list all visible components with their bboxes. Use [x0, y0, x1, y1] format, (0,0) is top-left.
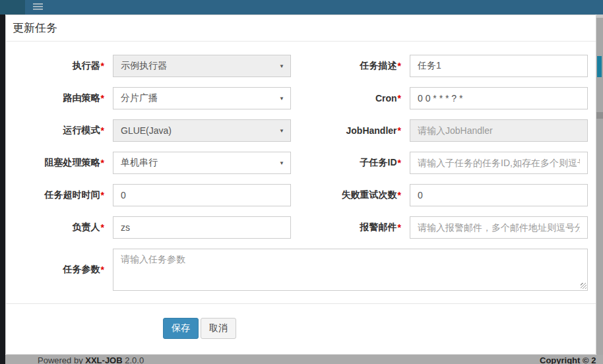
job-desc-input[interactable]: [410, 55, 588, 77]
required-asterisk: *: [101, 190, 104, 200]
required-asterisk: *: [101, 264, 104, 275]
navbar-logo-area: [0, 0, 25, 15]
field-label-executor: 执行器*: [6, 55, 108, 77]
field-label-block-strategy: 阻塞处理策略*: [6, 152, 108, 174]
route-strategy-selected-value: 分片广播: [121, 92, 158, 104]
footer-copyright: Copyright © 2: [540, 355, 596, 364]
field-label-route-strategy: 路由策略*: [6, 87, 108, 109]
field-label-author: 负责人*: [6, 216, 108, 239]
executor-selected-value: 示例执行器: [121, 60, 167, 72]
resize-handle-icon[interactable]: [581, 283, 587, 289]
chevron-down-icon: ▼: [279, 96, 284, 102]
field-label-fail-retry: 失败重试次数*: [296, 184, 404, 206]
author-input[interactable]: [113, 216, 291, 239]
block-strategy-selected-value: 单机串行: [121, 157, 158, 169]
field-label-cron: Cron*: [296, 87, 404, 109]
field-label-child-jobid: 子任务ID*: [296, 152, 404, 174]
alarm-email-input[interactable]: [410, 216, 588, 239]
update-task-modal: 更新任务 执行器*示例执行器▼任务描述*路由策略*分片广播▼Cron*运行模式*…: [5, 15, 596, 355]
hamburger-bar: [33, 3, 43, 5]
field-label-job-param: 任务参数*: [6, 249, 108, 291]
top-navbar: [0, 0, 603, 15]
sidebar-backdrop: [0, 15, 5, 364]
chevron-down-icon: ▼: [279, 160, 284, 166]
job-param-textarea[interactable]: [113, 249, 588, 291]
footer-brand: XXL-JOB: [85, 355, 122, 364]
footer-powered-by: Powered by XXL-JOB 2.0.0: [38, 355, 144, 364]
chevron-down-icon: ▼: [279, 128, 284, 134]
job-handler-input[interactable]: [410, 119, 588, 142]
task-form: 执行器*示例执行器▼任务描述*路由策略*分片广播▼Cron*运行模式*GLUE(…: [6, 42, 596, 291]
executor-select[interactable]: 示例执行器▼: [113, 55, 291, 77]
hamburger-bar: [33, 6, 43, 7]
modal-footer-divider: [6, 303, 596, 304]
scrollbar-blue-fragment: [597, 56, 602, 77]
required-asterisk: *: [398, 93, 401, 104]
field-label-job-desc: 任务描述*: [296, 55, 404, 77]
required-asterisk: *: [398, 190, 401, 200]
chevron-down-icon: ▼: [279, 63, 284, 69]
page-scrollbar[interactable]: [596, 15, 603, 355]
fail-retry-input[interactable]: [410, 184, 588, 206]
required-asterisk: *: [101, 222, 104, 233]
page-footer: Powered by XXL-JOB 2.0.0 Copyright © 2: [5, 355, 603, 364]
glue-type-select[interactable]: GLUE(Java)▼: [113, 119, 291, 142]
required-asterisk: *: [398, 125, 401, 136]
modal-title: 更新任务: [6, 15, 596, 42]
timeout-input[interactable]: [113, 184, 291, 206]
cancel-button[interactable]: 取消: [201, 318, 236, 339]
screen: Powered by XXL-JOB 2.0.0 Copyright © 2 更…: [0, 0, 603, 364]
child-jobid-input[interactable]: [410, 152, 588, 174]
required-asterisk: *: [101, 61, 104, 71]
required-asterisk: *: [101, 158, 104, 168]
required-asterisk: *: [398, 222, 401, 233]
hamburger-menu-icon[interactable]: [33, 3, 43, 12]
field-label-timeout: 任务超时时间*: [6, 184, 108, 206]
cron-input[interactable]: [410, 87, 588, 109]
job-param-textarea-wrap: [113, 249, 588, 291]
scrollbar-dark-band: [596, 112, 603, 119]
glue-type-selected-value: GLUE(Java): [121, 125, 172, 136]
hamburger-bar: [33, 9, 43, 10]
route-strategy-select[interactable]: 分片广播▼: [113, 87, 291, 109]
required-asterisk: *: [398, 61, 401, 71]
required-asterisk: *: [101, 93, 104, 104]
field-label-alarm-email: 报警邮件*: [296, 216, 404, 239]
scrollbar-track-top: [596, 15, 603, 18]
block-strategy-select[interactable]: 单机串行▼: [113, 152, 291, 174]
field-label-glue-type: 运行模式*: [6, 119, 108, 142]
required-asterisk: *: [398, 158, 401, 168]
field-label-job-handler: JobHandler*: [296, 119, 404, 142]
required-asterisk: *: [101, 125, 104, 136]
save-button[interactable]: 保存: [163, 318, 199, 339]
